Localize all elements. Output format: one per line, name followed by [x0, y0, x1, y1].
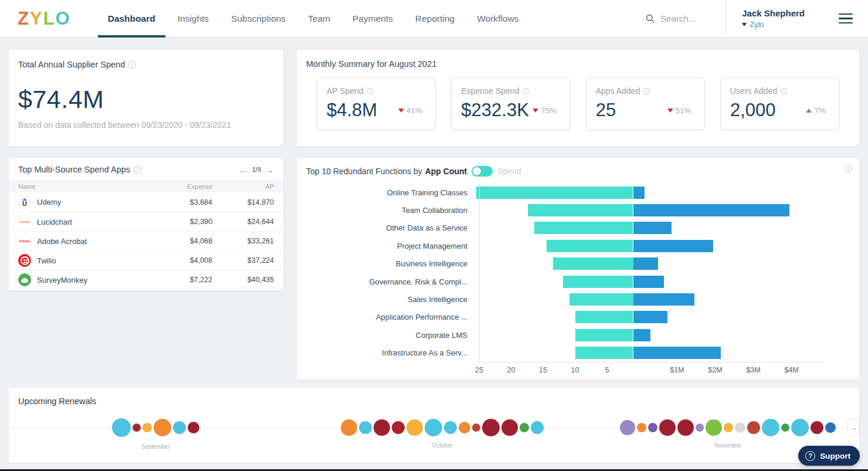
renewal-circle[interactable] [648, 423, 657, 432]
renewal-circle[interactable] [501, 419, 518, 436]
renewal-circle[interactable] [531, 421, 544, 434]
nav-item-payments[interactable]: Payments [341, 0, 404, 38]
renewal-circle[interactable] [747, 421, 760, 434]
tile-delta: 75% [533, 106, 557, 115]
summary-tile-ap-spend: AP Spendi$4.8M41% [317, 77, 436, 130]
info-icon[interactable]: i [643, 88, 650, 94]
table-row[interactable]: LucidLucidchart$2,390$24,644 [9, 212, 283, 231]
app-count-bar[interactable] [553, 257, 633, 270]
renewal-circle[interactable] [520, 423, 529, 432]
nav-item-reporting[interactable]: Reporting [404, 0, 466, 38]
user-menu[interactable]: Jack Shepherd Zylo [727, 8, 805, 29]
renewal-circle[interactable] [459, 422, 470, 433]
info-icon[interactable]: i [523, 88, 529, 94]
spend-bar[interactable] [633, 311, 668, 323]
renewal-circle[interactable] [791, 419, 809, 436]
renewal-circle[interactable] [143, 423, 152, 432]
info-icon[interactable]: i [781, 88, 787, 94]
renewal-circle[interactable] [724, 423, 733, 432]
spend-bar[interactable] [633, 204, 790, 216]
renewal-circle[interactable] [762, 419, 779, 436]
renewal-circle[interactable] [706, 419, 722, 436]
renewal-circle[interactable] [482, 419, 500, 436]
nav-item-subscriptions[interactable]: Subscriptions [220, 0, 297, 38]
renewal-circle[interactable] [472, 423, 480, 432]
support-button[interactable]: ? Support [798, 446, 860, 466]
spend-bar[interactable] [633, 222, 672, 234]
monthly-summary-title: Monthly Summary for August 2021 [306, 59, 436, 69]
org-switcher[interactable]: Zylo [742, 20, 805, 29]
renewal-circle[interactable] [735, 422, 745, 433]
trend-down-icon [533, 109, 538, 113]
delta-percent: 41% [406, 106, 422, 115]
renewals-next-button[interactable]: → [847, 419, 859, 436]
app-count-bar[interactable] [575, 311, 633, 323]
nav-item-workflows[interactable]: Workflows [466, 0, 530, 38]
renewal-circle[interactable] [406, 419, 423, 436]
renewal-circle[interactable] [620, 420, 635, 435]
chart-title-prefix: Top 10 Redundant Functions by [306, 167, 422, 176]
app-count-bar[interactable] [569, 293, 633, 306]
app-count-bar[interactable] [575, 347, 633, 359]
spend-bar[interactable] [633, 276, 664, 288]
table-row[interactable]: AdobeAdobe Acrobat$4,068$33,261 [9, 231, 283, 250]
count-spend-toggle[interactable] [472, 166, 493, 177]
delta-percent: 75% [541, 106, 557, 115]
twilio-app-icon [18, 254, 31, 267]
chart-row: Application Performance ... [306, 309, 850, 326]
info-icon[interactable]: i [128, 61, 136, 69]
zylo-logo[interactable]: ZYLO [18, 8, 71, 29]
renewal-circle[interactable] [173, 421, 186, 434]
logo-letter: L [43, 8, 56, 29]
chart-y-axis-line [479, 184, 480, 362]
prev-page-icon[interactable]: ← [239, 165, 248, 174]
renewal-circle[interactable] [341, 419, 357, 436]
renewal-circle[interactable] [696, 423, 704, 432]
renewal-circle[interactable] [825, 422, 836, 433]
app-count-bar[interactable] [534, 222, 633, 234]
x-axis-tick: 15 [539, 366, 547, 374]
renewal-circle[interactable] [154, 419, 171, 436]
renewal-circle[interactable] [359, 421, 372, 434]
renewal-circle[interactable] [444, 421, 457, 434]
app-count-bar[interactable] [547, 240, 633, 252]
logo-letter: Z [18, 8, 30, 29]
hamburger-menu-icon[interactable] [839, 13, 853, 24]
renewal-circle[interactable] [392, 421, 405, 434]
next-page-icon[interactable]: → [265, 165, 274, 174]
renewal-circle[interactable] [188, 422, 199, 433]
table-row[interactable]: SurveyMonkey$7,222$40,435 [9, 270, 283, 289]
renewal-circle[interactable] [659, 419, 676, 436]
renewal-circle[interactable] [781, 423, 789, 432]
renewal-circle[interactable] [112, 418, 131, 437]
search-box[interactable]: Search... [645, 13, 696, 23]
udemy-app-icon: U [18, 196, 31, 209]
chart-plot [473, 219, 850, 237]
renewal-circle[interactable] [677, 419, 694, 436]
renewal-circle[interactable] [374, 419, 390, 436]
renewal-circle[interactable] [133, 423, 141, 432]
summary-tile-users-added: Users Addedi2,0007% [720, 77, 839, 130]
app-count-bar[interactable] [528, 204, 633, 216]
table-row[interactable]: Twilio$4,008$37,224 [9, 250, 283, 270]
spend-bar[interactable] [633, 240, 714, 252]
info-icon[interactable]: i [845, 165, 852, 172]
spend-bar[interactable] [633, 329, 650, 341]
nav-item-team[interactable]: Team [297, 0, 341, 38]
app-count-bar[interactable] [563, 276, 633, 288]
renewal-circle[interactable] [637, 423, 646, 432]
spend-bar[interactable] [633, 187, 645, 199]
info-icon[interactable]: i [367, 88, 374, 94]
app-count-bar[interactable] [575, 329, 633, 341]
renewal-circle[interactable] [811, 421, 823, 434]
spend-bar[interactable] [633, 257, 658, 270]
app-count-bar[interactable] [476, 187, 633, 199]
chart-row: Other Data as a Service [306, 219, 850, 237]
spend-bar[interactable] [633, 293, 694, 306]
spend-bar[interactable] [633, 347, 721, 359]
nav-item-dashboard[interactable]: Dashboard [97, 0, 167, 38]
info-icon[interactable]: i [134, 166, 141, 174]
renewal-circle[interactable] [425, 419, 442, 436]
nav-item-insights[interactable]: Insights [167, 0, 220, 38]
table-row[interactable]: UUdemy$3,684$14,870 [9, 192, 283, 212]
